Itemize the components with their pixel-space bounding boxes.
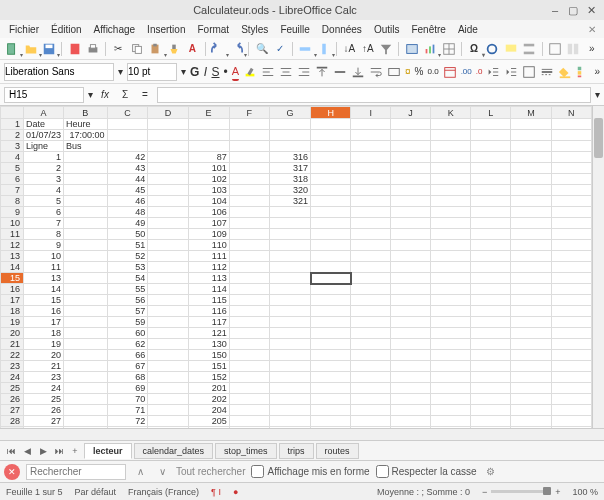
cell-M15[interactable] [511,273,551,284]
cell-C27[interactable]: 71 [107,405,148,416]
cell-B24[interactable] [64,372,108,383]
row-header-14[interactable]: 14 [1,262,24,273]
row-header-15[interactable]: 15 [1,273,24,284]
cell-I27[interactable] [351,405,391,416]
cell-A25[interactable]: 24 [24,383,64,394]
cell-B11[interactable] [64,229,108,240]
cell-L23[interactable] [471,361,511,372]
cell-A17[interactable]: 15 [24,295,64,306]
cell-I20[interactable] [351,328,391,339]
cell-D9[interactable] [148,207,188,218]
copy-icon[interactable] [129,40,145,58]
cell-L29[interactable] [471,427,511,429]
cell-B29[interactable] [64,427,108,429]
cell-F25[interactable] [229,383,269,394]
freeze-icon[interactable] [546,40,562,58]
cell-C5[interactable]: 43 [107,163,148,174]
menu-affichage[interactable]: Affichage [89,22,141,37]
cell-I12[interactable] [351,240,391,251]
cell-A9[interactable]: 6 [24,207,64,218]
cell-B19[interactable] [64,317,108,328]
align-center-icon[interactable] [279,63,293,81]
cell-N24[interactable] [551,372,591,383]
cell-D4[interactable] [148,152,188,163]
cell-M8[interactable] [511,196,551,207]
cell-L6[interactable] [471,174,511,185]
cell-B22[interactable] [64,350,108,361]
cell-B2[interactable]: 17:00:00 [64,130,108,141]
dec-add-icon[interactable]: .00 [461,63,472,81]
cell-N18[interactable] [551,306,591,317]
cell-J14[interactable] [391,262,431,273]
valign-mid-icon[interactable] [333,63,347,81]
tab-calendar-dates[interactable]: calendar_dates [134,443,214,459]
cell-H24[interactable] [311,372,351,383]
cell-F11[interactable] [229,229,269,240]
cell-H14[interactable] [311,262,351,273]
valign-top-icon[interactable] [315,63,329,81]
cell-I8[interactable] [351,196,391,207]
cell-F24[interactable] [229,372,269,383]
cell-B14[interactable] [64,262,108,273]
cell-G21[interactable] [269,339,310,350]
find-formatted-checkbox[interactable]: Affichage mis en forme [251,465,369,478]
cell-I7[interactable] [351,185,391,196]
cell-J4[interactable] [391,152,431,163]
cell-M19[interactable] [511,317,551,328]
cell-N28[interactable] [551,416,591,427]
cell-C4[interactable]: 42 [107,152,148,163]
cell-G4[interactable]: 316 [269,152,310,163]
pivot-icon[interactable] [440,40,456,58]
cell-A10[interactable]: 7 [24,218,64,229]
cell-K14[interactable] [431,262,471,273]
cell-E16[interactable]: 114 [188,284,229,295]
cell-F2[interactable] [229,130,269,141]
cell-F17[interactable] [229,295,269,306]
cell-K7[interactable] [431,185,471,196]
cell-J5[interactable] [391,163,431,174]
cell-E13[interactable]: 111 [188,251,229,262]
cell-I14[interactable] [351,262,391,273]
cell-F29[interactable] [229,427,269,429]
cell-C11[interactable]: 50 [107,229,148,240]
cell-C26[interactable]: 70 [107,394,148,405]
menu-close-icon[interactable]: ✕ [584,24,600,35]
cell-E4[interactable]: 87 [188,152,229,163]
tab-routes[interactable]: routes [316,443,359,459]
cell-H1[interactable] [311,119,351,130]
cell-I17[interactable] [351,295,391,306]
cell-C7[interactable]: 45 [107,185,148,196]
cell-A23[interactable]: 21 [24,361,64,372]
cell-K12[interactable] [431,240,471,251]
save-icon[interactable] [41,40,57,58]
cell-M18[interactable] [511,306,551,317]
menu-feuille[interactable]: Feuille [275,22,314,37]
cell-D7[interactable] [148,185,188,196]
cell-A28[interactable]: 27 [24,416,64,427]
tab-first-icon[interactable]: ⏮ [4,444,18,458]
cell-N7[interactable] [551,185,591,196]
cell-M24[interactable] [511,372,551,383]
cell-M13[interactable] [511,251,551,262]
cell-G5[interactable]: 317 [269,163,310,174]
menu-fichier[interactable]: Fichier [4,22,44,37]
horizontal-scrollbar[interactable] [0,428,604,440]
cell-B21[interactable] [64,339,108,350]
cell-N16[interactable] [551,284,591,295]
cell-H29[interactable] [311,427,351,429]
row-header-26[interactable]: 26 [1,394,24,405]
cell-I2[interactable] [351,130,391,141]
cell-K1[interactable] [431,119,471,130]
cell-E26[interactable]: 202 [188,394,229,405]
cell-N2[interactable] [551,130,591,141]
menu-donnees[interactable]: Données [317,22,367,37]
cell-N19[interactable] [551,317,591,328]
cond-fmt-icon[interactable] [576,63,590,81]
tab-add-icon[interactable]: + [68,444,82,458]
cell-H12[interactable] [311,240,351,251]
cell-L18[interactable] [471,306,511,317]
cell-E2[interactable] [188,130,229,141]
cell-H10[interactable] [311,218,351,229]
zoom-control[interactable]: −+ [482,487,561,497]
cell-reference-input[interactable] [4,87,84,103]
